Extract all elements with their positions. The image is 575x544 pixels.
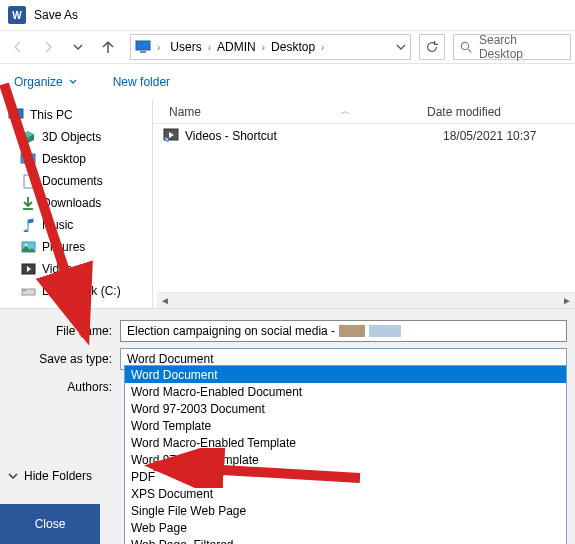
tree-item-label: Pictures — [42, 240, 85, 254]
tree-item-label: Videos — [42, 262, 78, 276]
svg-rect-12 — [22, 289, 35, 295]
svg-line-3 — [468, 49, 471, 52]
horizontal-scrollbar[interactable]: ◄ ► — [157, 292, 575, 308]
chevron-right-icon: › — [262, 42, 265, 53]
search-placeholder: Search Desktop — [479, 33, 564, 61]
dd-item-word-97-template[interactable]: Word 97-2003 Template — [125, 451, 566, 468]
recent-locations-button[interactable] — [64, 34, 92, 60]
title-bar: W Save As — [0, 0, 575, 30]
breadcrumb: Users › ADMIN › Desktop › — [166, 38, 390, 56]
dd-item-word-template[interactable]: Word Template — [125, 417, 566, 434]
back-button[interactable] — [4, 34, 32, 60]
disk-icon — [20, 283, 36, 299]
this-pc-icon — [8, 107, 24, 123]
main-area: This PC 3D Objects Desktop Documents Dow… — [0, 100, 575, 308]
tree-videos[interactable]: Videos — [2, 258, 152, 280]
chevron-right-icon: › — [208, 42, 211, 53]
scroll-left-icon[interactable]: ◄ — [157, 293, 173, 309]
shortcut-video-icon — [163, 128, 179, 144]
filename-input[interactable]: Election campaigning on social media - — [120, 320, 567, 342]
tree-item-label: Local Disk (C:) — [42, 284, 121, 298]
tree-3d-objects[interactable]: 3D Objects — [2, 126, 152, 148]
svg-point-2 — [461, 42, 468, 49]
chevron-right-icon: › — [157, 42, 160, 53]
tree-item-label: Desktop — [42, 152, 86, 166]
videos-icon — [20, 261, 36, 277]
dd-item-word-macro-enabled[interactable]: Word Macro-Enabled Document — [125, 383, 566, 400]
up-button[interactable] — [94, 34, 122, 60]
dd-item-web-page[interactable]: Web Page — [125, 519, 566, 536]
filename-label: File name: — [0, 324, 120, 338]
file-view[interactable]: Name ︿ Date modified Videos - Shortcut 1… — [153, 100, 575, 308]
file-header: Name ︿ Date modified — [153, 100, 575, 124]
tree-item-label: Documents — [42, 174, 103, 188]
tree-root-label: This PC — [30, 108, 73, 122]
address-dropdown-button[interactable] — [396, 42, 406, 52]
forward-button[interactable] — [34, 34, 62, 60]
filename-value: Election campaigning on social media - — [127, 324, 335, 338]
toolbar: Organize New folder — [0, 64, 575, 100]
dd-item-word-97-2003[interactable]: Word 97-2003 Document — [125, 400, 566, 417]
tree-item-label: 3D Objects — [42, 130, 101, 144]
tree-pictures[interactable]: Pictures — [2, 236, 152, 258]
dd-item-word-macro-template[interactable]: Word Macro-Enabled Template — [125, 434, 566, 451]
sort-caret-icon: ︿ — [341, 105, 350, 118]
save-as-type-value: Word Document — [127, 352, 213, 366]
tree-desktop[interactable]: Desktop — [2, 148, 152, 170]
svg-rect-6 — [21, 154, 35, 163]
svg-rect-0 — [136, 41, 150, 50]
tree-local-disk[interactable]: Local Disk (C:) — [2, 280, 152, 302]
tree-downloads[interactable]: Downloads — [2, 192, 152, 214]
save-as-type-dropdown-list[interactable]: Word Document Word Macro-Enabled Documen… — [124, 365, 567, 544]
crumb-desktop[interactable]: Desktop — [267, 38, 319, 56]
file-name: Videos - Shortcut — [185, 129, 443, 143]
tree-documents[interactable]: Documents — [2, 170, 152, 192]
chevron-right-icon: › — [321, 42, 324, 53]
dd-item-web-page-filtered[interactable]: Web Page, Filtered — [125, 536, 566, 544]
hide-folders-label: Hide Folders — [24, 469, 92, 483]
crumb-admin[interactable]: ADMIN — [213, 38, 260, 56]
save-as-type-label: Save as type: — [0, 352, 120, 366]
column-name[interactable]: Name — [169, 105, 201, 119]
this-pc-path-icon — [135, 40, 151, 54]
crumb-users[interactable]: Users — [166, 38, 205, 56]
tree-this-pc[interactable]: This PC — [2, 104, 152, 126]
downloads-icon — [20, 195, 36, 211]
dd-item-pdf[interactable]: PDF — [125, 468, 566, 485]
search-box[interactable]: Search Desktop — [453, 34, 571, 60]
navigation-bar: › Users › ADMIN › Desktop › Search Deskt… — [0, 30, 575, 64]
dd-item-word-document[interactable]: Word Document — [125, 366, 566, 383]
form-area: File name: Election campaigning on socia… — [0, 308, 575, 544]
chevron-down-icon — [8, 471, 18, 481]
dd-item-xps[interactable]: XPS Document — [125, 485, 566, 502]
window-title: Save As — [34, 8, 78, 22]
organize-button[interactable]: Organize — [14, 75, 77, 89]
column-date[interactable]: Date modified — [427, 105, 501, 119]
svg-rect-4 — [9, 109, 23, 118]
svg-rect-13 — [23, 290, 26, 291]
documents-icon — [20, 173, 36, 189]
desktop-icon — [20, 151, 36, 167]
close-button[interactable]: Close — [0, 504, 100, 544]
address-bar[interactable]: › Users › ADMIN › Desktop › — [130, 34, 411, 60]
close-label: Close — [35, 517, 66, 531]
file-date: 18/05/2021 10:37 — [443, 129, 536, 143]
organize-label: Organize — [14, 75, 63, 89]
tree-music[interactable]: Music — [2, 214, 152, 236]
navigation-tree[interactable]: This PC 3D Objects Desktop Documents Dow… — [0, 100, 152, 308]
svg-rect-7 — [26, 164, 30, 166]
cube-icon — [20, 129, 36, 145]
tree-item-label: Music — [42, 218, 73, 232]
refresh-button[interactable] — [419, 34, 445, 60]
file-row[interactable]: Videos - Shortcut 18/05/2021 10:37 — [153, 124, 575, 148]
svg-rect-5 — [13, 119, 19, 121]
svg-point-10 — [24, 244, 27, 247]
chevron-down-icon — [69, 78, 77, 86]
new-folder-button[interactable]: New folder — [113, 75, 170, 89]
scroll-right-icon[interactable]: ► — [559, 293, 575, 309]
hide-folders-button[interactable]: Hide Folders — [8, 469, 92, 483]
dd-item-single-file-web[interactable]: Single File Web Page — [125, 502, 566, 519]
music-icon — [20, 217, 36, 233]
tree-item-label: Downloads — [42, 196, 101, 210]
search-icon — [460, 41, 473, 54]
